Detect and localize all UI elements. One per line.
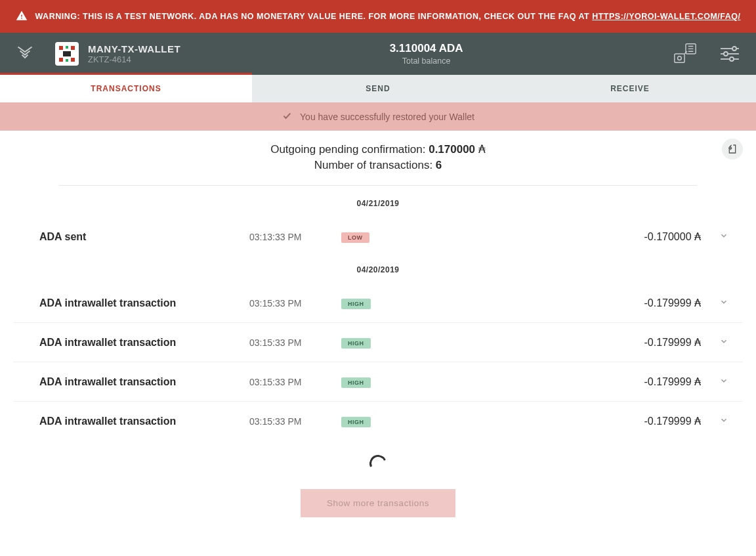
export-button[interactable] [722, 139, 743, 160]
transaction-type: ADA sent [39, 231, 249, 243]
logo-area: MANY-TX-WALLET ZKTZ-4614 [13, 42, 180, 66]
svg-rect-9 [675, 54, 684, 62]
ada-symbol: ₳ [692, 416, 701, 427]
count-line: Number of transactions: 6 [0, 158, 756, 173]
yoroi-logo-icon[interactable] [13, 42, 37, 66]
transaction-type: ADA intrawallet transaction [39, 376, 249, 388]
transaction-row[interactable]: ADA intrawallet transaction03:15:33 PMHI… [13, 402, 743, 440]
wallet-code: ZKTZ-4614 [88, 54, 180, 64]
check-icon [282, 110, 292, 123]
pending-line: Outgoing pending confirmation: 0.170000 … [0, 141, 756, 158]
pending-symbol: ₳ [475, 143, 486, 156]
transaction-type: ADA intrawallet transaction [39, 416, 249, 427]
warning-faq-link[interactable]: HTTPS://YOROI-WALLET.COM/FAQ/ [592, 12, 740, 21]
divider [59, 185, 697, 186]
chevron-down-icon [719, 376, 728, 388]
tab-send[interactable]: SEND [252, 75, 504, 102]
ada-symbol: ₳ [692, 376, 701, 387]
tab-receive[interactable]: RECEIVE [504, 75, 756, 102]
date-header: 04/20/2019 [0, 256, 756, 284]
ada-symbol: ₳ [692, 297, 701, 309]
transaction-time: 03:15:33 PM [249, 337, 341, 348]
transaction-badge-wrap: HIGH [341, 415, 644, 427]
summary: Outgoing pending confirmation: 0.170000 … [0, 131, 756, 185]
transaction-time: 03:15:33 PM [249, 298, 341, 309]
transaction-amount: -0.179999 ₳ [644, 415, 701, 427]
pending-label: Outgoing pending confirmation: [270, 143, 429, 156]
success-bar: You have successfully restored your Wall… [0, 102, 756, 131]
wallet-id-block: MANY-TX-WALLET ZKTZ-4614 [88, 43, 180, 64]
svg-rect-6 [66, 59, 68, 62]
pending-value: 0.170000 [429, 143, 475, 156]
transaction-time: 03:15:33 PM [249, 416, 341, 427]
svg-rect-5 [59, 58, 63, 62]
svg-point-10 [678, 56, 682, 60]
wallet-avatar-icon [55, 42, 79, 66]
loading-spinner-wrap [0, 440, 756, 486]
transaction-badge-wrap: HIGH [341, 336, 644, 349]
transaction-amount: -0.179999 ₳ [644, 297, 701, 309]
tabs: TRANSACTIONS SEND RECEIVE [0, 75, 756, 102]
ada-symbol: ₳ [692, 231, 701, 242]
transaction-row[interactable]: ADA intrawallet transaction03:15:33 PMHI… [13, 362, 743, 402]
svg-point-12 [732, 47, 736, 51]
assurance-badge: HIGH [341, 338, 371, 349]
success-message: You have successfully restored your Wall… [300, 112, 474, 122]
transaction-amount: -0.179999 ₳ [644, 336, 701, 349]
balance-amount: 3.110004 ADA [180, 42, 672, 55]
transaction-badge-wrap: LOW [341, 230, 644, 243]
chevron-down-icon [719, 337, 728, 349]
transaction-row[interactable]: ADA sent03:13:33 PMLOW-0.170000 ₳ [13, 217, 743, 256]
svg-rect-4 [63, 51, 71, 56]
transaction-time: 03:15:33 PM [249, 377, 341, 387]
nav-bar: MANY-TX-WALLET ZKTZ-4614 3.110004 ADA To… [0, 33, 756, 75]
transaction-row[interactable]: ADA intrawallet transaction03:15:33 PMHI… [13, 323, 743, 362]
warning-icon [16, 10, 28, 24]
transaction-amount: -0.170000 ₳ [644, 230, 701, 243]
warning-text: WARNING: THIS IS A TEST NETWORK. ADA HAS… [35, 12, 741, 21]
svg-rect-3 [71, 46, 75, 50]
chevron-down-icon [719, 416, 728, 427]
warning-bar: WARNING: THIS IS A TEST NETWORK. ADA HAS… [0, 0, 756, 33]
warning-prefix: WARNING: THIS IS A TEST NETWORK. ADA HAS… [35, 12, 593, 21]
date-header: 04/21/2019 [0, 190, 756, 217]
tab-transactions[interactable]: TRANSACTIONS [0, 73, 252, 102]
loading-spinner-icon [367, 452, 388, 474]
count-label: Number of transactions: [314, 159, 436, 171]
transaction-badge-wrap: HIGH [341, 297, 644, 309]
transaction-time: 03:13:33 PM [249, 232, 341, 242]
transaction-badge-wrap: HIGH [341, 375, 644, 388]
ada-symbol: ₳ [692, 337, 701, 348]
transaction-amount: -0.179999 ₳ [644, 375, 701, 388]
hardware-wallet-icon[interactable] [672, 42, 698, 66]
svg-rect-1 [59, 46, 63, 50]
settings-icon[interactable] [717, 42, 743, 66]
assurance-badge: HIGH [341, 299, 371, 309]
show-more-button[interactable]: Show more transactions [301, 489, 455, 517]
svg-rect-2 [66, 46, 68, 49]
svg-point-16 [730, 57, 734, 61]
chevron-down-icon [719, 231, 728, 243]
assurance-badge: LOW [341, 232, 369, 243]
assurance-badge: HIGH [341, 417, 371, 427]
svg-rect-7 [71, 58, 75, 62]
nav-icons [672, 42, 743, 66]
transaction-row[interactable]: ADA intrawallet transaction03:15:33 PMHI… [13, 284, 743, 323]
chevron-down-icon [719, 297, 728, 309]
count-value: 6 [436, 159, 442, 171]
transaction-type: ADA intrawallet transaction [39, 337, 249, 349]
balance-block: 3.110004 ADA Total balance [180, 42, 672, 66]
wallet-name: MANY-TX-WALLET [88, 43, 180, 54]
svg-point-14 [724, 52, 728, 56]
assurance-badge: HIGH [341, 377, 371, 388]
transaction-list: 04/21/2019ADA sent03:13:33 PMLOW-0.17000… [0, 190, 756, 440]
transaction-type: ADA intrawallet transaction [39, 297, 249, 309]
balance-label: Total balance [180, 56, 672, 66]
